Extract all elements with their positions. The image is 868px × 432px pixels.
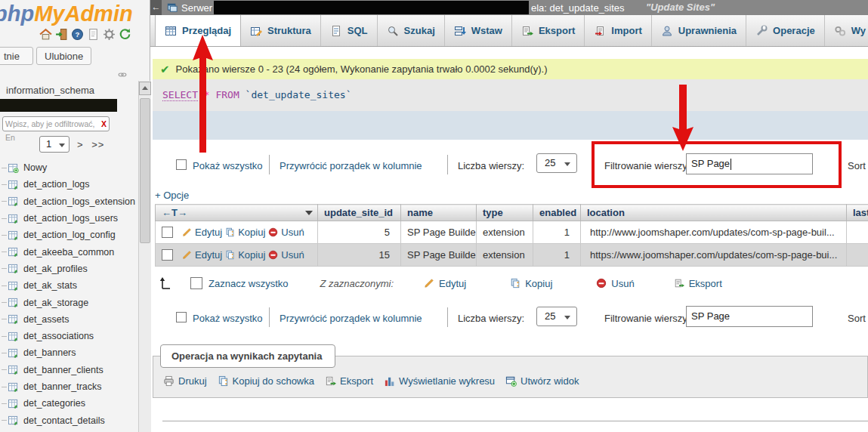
- table-name-label: det_action_logs_extension: [23, 196, 135, 207]
- edit-link[interactable]: Edytuj: [195, 227, 222, 238]
- tab[interactable]: Operacje: [746, 15, 825, 46]
- sidebar-table-item[interactable]: Nowy: [0, 159, 138, 176]
- row-checkbox[interactable]: [162, 249, 173, 261]
- filter-rows-input-bottom[interactable]: SP Page: [686, 306, 813, 327]
- sidebar-table-item[interactable]: det_akeeba_common: [0, 243, 138, 260]
- sql-table-identifier: `det_update_sites`: [246, 89, 352, 100]
- recent-tables-button[interactable]: tnie: [0, 47, 33, 65]
- sidebar-table-item[interactable]: det_banner_clients: [0, 362, 138, 378]
- bulk-delete-link[interactable]: Usuń: [611, 278, 634, 289]
- cell-location: https://www.joomshaper.com/updates/com-s…: [581, 244, 847, 267]
- show-all-label-bottom[interactable]: Pokaż wszystko: [193, 313, 262, 324]
- copy-link[interactable]: Kopiuj: [238, 227, 265, 238]
- sidebar-scrollbar[interactable]: [138, 81, 151, 432]
- phpmyadmin-logo[interactable]: phpMyAdmin: [0, 2, 133, 26]
- scrollbar-thumb[interactable]: [140, 98, 150, 243]
- tree-connector: [2, 387, 7, 387]
- rows-count-select[interactable]: 25: [536, 153, 577, 173]
- help-icon[interactable]: [71, 28, 84, 41]
- column-header-type[interactable]: type: [477, 205, 533, 221]
- sidebar-table-item[interactable]: det_action_logs_extension: [0, 193, 138, 210]
- logout-icon[interactable]: [55, 28, 68, 41]
- sidebar-table-item[interactable]: det_banners: [0, 344, 138, 361]
- edit-link[interactable]: Edytuj: [195, 249, 222, 261]
- sidebar-table-item[interactable]: det_ak_stats: [0, 277, 138, 294]
- table-name-label: det_ak_storage: [23, 298, 88, 308]
- sidebar-table-item[interactable]: det_associations: [0, 328, 138, 344]
- edit-pencil-icon[interactable]: [182, 227, 192, 237]
- home-icon[interactable]: [39, 28, 52, 41]
- filter-clear-button[interactable]: X: [101, 117, 107, 131]
- tab[interactable]: SQL: [321, 15, 378, 46]
- settings-gear-icon[interactable]: [103, 28, 116, 41]
- column-header-enabled[interactable]: enabled: [533, 205, 581, 221]
- rows-count-select-bottom[interactable]: 25: [536, 307, 577, 326]
- sidebar-table-item[interactable]: det_ak_profiles: [0, 261, 138, 277]
- scroll-up-button[interactable]: [139, 82, 151, 95]
- column-header-update-site-id[interactable]: update_site_id: [318, 205, 401, 221]
- tab[interactable]: Szukaj: [378, 15, 445, 46]
- documentation-icon[interactable]: [87, 28, 100, 41]
- tab[interactable]: Struktura: [241, 15, 321, 46]
- table-icon: [8, 399, 19, 409]
- check-all-checkbox[interactable]: [190, 277, 202, 289]
- table-icon: [8, 196, 19, 206]
- column-header-location[interactable]: location: [581, 205, 847, 221]
- refresh-icon[interactable]: [119, 28, 131, 41]
- check-all-label[interactable]: Zaznacz wszystko: [209, 278, 288, 289]
- tab[interactable]: Eksport: [512, 15, 585, 46]
- sidebar-table-item[interactable]: det_action_log_config: [0, 227, 138, 243]
- show-all-label[interactable]: Pokaż wszystko: [193, 160, 262, 171]
- sidebar-table-item[interactable]: det_contact_details: [0, 412, 138, 428]
- show-all-checkbox-bottom[interactable]: [176, 312, 187, 322]
- pager-last-link[interactable]: >>: [91, 139, 104, 150]
- column-nav-header[interactable]: ←T→: [162, 207, 187, 218]
- sort-dropdown-icon[interactable]: [305, 211, 313, 215]
- tab-label: Eksport: [539, 25, 575, 36]
- bulk-copy-link[interactable]: Kopiuj: [525, 278, 552, 289]
- breadcrumb-table[interactable]: ela: det_update_sites: [531, 2, 625, 14]
- options-toggle-link[interactable]: + Opcje: [155, 190, 189, 201]
- bulk-edit-link[interactable]: Edytuj: [439, 278, 466, 289]
- bulk-export-link[interactable]: Eksport: [689, 278, 722, 289]
- table-name-label: det_contact_details: [23, 415, 105, 426]
- show-all-checkbox[interactable]: [176, 159, 187, 170]
- sidebar-table-item[interactable]: det_action_logs_users: [0, 210, 138, 227]
- tab[interactable]: Import: [585, 15, 651, 46]
- display-chart-link[interactable]: Wyświetlanie wykresu: [399, 375, 495, 387]
- link-chain-icon[interactable]: [116, 70, 128, 79]
- footer-divider: [162, 421, 868, 421]
- column-header-last-check[interactable]: last_ch: [847, 205, 868, 221]
- copy-icon[interactable]: [225, 227, 235, 237]
- tab[interactable]: Wstaw: [445, 15, 512, 46]
- edit-pencil-icon[interactable]: [182, 250, 192, 260]
- delete-link[interactable]: Usuń: [281, 249, 304, 261]
- table-filter-input[interactable]: Wpisz, aby je odfiltrować, En X: [2, 116, 110, 131]
- create-view-link[interactable]: Utwórz widok: [520, 375, 579, 387]
- column-header-name[interactable]: name: [401, 205, 477, 221]
- copy-to-clipboard-link[interactable]: Kopiuj do schowka: [233, 375, 314, 387]
- back-button[interactable]: ←: [150, 0, 162, 15]
- print-link[interactable]: Drukuj: [178, 375, 207, 387]
- sidebar-table-item[interactable]: det_assets: [0, 311, 138, 328]
- delete-link[interactable]: Usuń: [281, 227, 304, 238]
- tab[interactable]: Wy: [825, 15, 868, 46]
- pager-next-link[interactable]: >: [77, 139, 84, 150]
- favorites-button[interactable]: Ulubione: [36, 47, 91, 65]
- page-number-select[interactable]: 1: [39, 136, 70, 153]
- sidebar-table-item[interactable]: det_banner_tracks: [0, 378, 138, 395]
- reset-column-order-link-bottom[interactable]: Przywrócić porządek w kolumnie: [280, 313, 422, 324]
- row-checkbox[interactable]: [162, 227, 173, 238]
- export-link[interactable]: Eksport: [340, 375, 373, 387]
- copy-link[interactable]: Kopiuj: [238, 249, 265, 261]
- sidebar-table-item[interactable]: det_action_logs: [0, 176, 138, 193]
- breadcrumb-server[interactable]: Serwer: [181, 2, 212, 14]
- delete-icon[interactable]: [268, 227, 278, 237]
- sidebar-table-item[interactable]: det_categories: [0, 395, 138, 412]
- tab[interactable]: Uprawnienia: [652, 15, 746, 46]
- copy-icon[interactable]: [225, 250, 235, 260]
- sidebar-item-information-schema[interactable]: information_schema: [6, 85, 94, 96]
- delete-icon[interactable]: [268, 250, 278, 260]
- sidebar-table-item[interactable]: det_ak_storage: [0, 294, 138, 310]
- reset-column-order-link[interactable]: Przywrócić porządek w kolumnie: [280, 160, 422, 171]
